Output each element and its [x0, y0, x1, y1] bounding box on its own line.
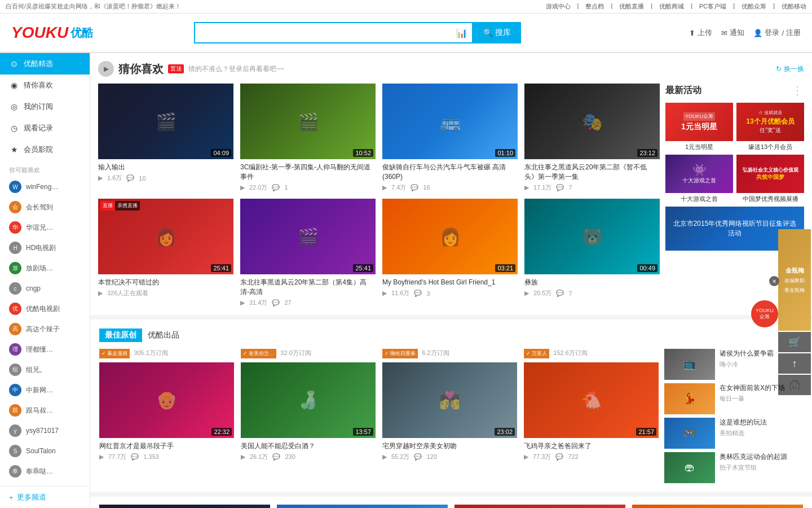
floating-headphone[interactable]: 🎧: [778, 375, 811, 395]
nav-zhengdian[interactable]: 整点档: [585, 2, 604, 11]
best-card-2[interactable]: ✓ 嗨哈四重奏 6.2万订阅 💏 23:02 宅男穿越时空亲美女初吻: [382, 349, 517, 461]
section-icon: ▶: [98, 61, 114, 77]
sidebar-sub-gaoda[interactable]: 高 高达个辣子: [0, 319, 90, 339]
video-title: 东北往事之黑道风云20年第二部《暂不低头》第一季第一集: [524, 163, 660, 182]
video-card-1[interactable]: 🎬 10:52 3C编剧社-第一季-第四集-人仰马翻的无间道事件 ▶22.0万 …: [240, 84, 376, 192]
video-meta: ▶77.7万 💬1,353: [99, 453, 234, 461]
login-register-button[interactable]: 👤 登录 / 注册: [753, 28, 801, 38]
sidebar-sub-genmashushu[interactable]: 跟 跟马叔…: [0, 400, 90, 421]
video-card-5[interactable]: 🎬 25:41 东北往事黑道风云20年第二部（第4集）高清-高清 ▶31.4万 …: [240, 199, 376, 307]
right-info: 这是谁想的玩法 美拍精选: [720, 418, 803, 449]
sidebar-more-channels[interactable]: + 更多频道: [0, 486, 90, 508]
sidebar-item-vip[interactable]: ★ 会员影院: [0, 139, 90, 160]
video-title: 东北往事黑道风云20年第二部（第4集）高清-高清: [240, 278, 376, 297]
best-card-0[interactable]: ✓ 暴走漫画 305.1万订阅 👴 22:32 网红普京才是最吊段子手: [99, 349, 234, 461]
right-info: 奥林匹克运动会的起源 拍子木宣节组: [720, 452, 803, 483]
rss-icon: ◎: [9, 102, 19, 112]
video-meta: ▶26.1万 💬230: [241, 453, 376, 461]
latest-dots[interactable]: ⋮: [792, 84, 804, 97]
sidebar-sub-hd[interactable]: H HD电视剧: [0, 238, 90, 258]
nav-pc[interactable]: PC客户端: [699, 2, 726, 11]
nav-shop[interactable]: 优酷商城: [659, 2, 684, 11]
close-float-button[interactable]: ✕: [769, 276, 779, 286]
sidebar-item-featured[interactable]: ⊙ 优酷精选: [0, 53, 90, 75]
sidebar-sub-huayi[interactable]: 华 华谊兄…: [0, 217, 90, 238]
sidebar-sub-zu[interactable]: 组 组兄。: [0, 360, 90, 380]
ad-haosong[interactable]: ☆ 业就就业 13个月优酷会员 任"奖"送 壕送13个月会员: [736, 103, 804, 151]
avatar: S: [9, 445, 21, 457]
video-title: My Boyfriend's Hot Best Girl Friend_1: [382, 278, 518, 287]
ad-dream[interactable]: 弘扬社会主义核心价值观 共筑中国梦 中国梦优秀视频展播: [736, 155, 804, 203]
bottom-card-3[interactable]: 🎬: [632, 505, 803, 508]
ad-haosong-label: 壕送13个月会员: [736, 143, 804, 151]
best-card-1[interactable]: ✓ 老美你怎… 32.0万订阅 🍶 13:57 美国人能不能忍受白酒？: [241, 349, 376, 461]
floating-up[interactable]: ↑: [778, 353, 811, 374]
video-meta: ▶7.4万 💬16: [382, 183, 518, 192]
video-title: 飞鸡寻亲之爸爸回来了: [524, 441, 659, 451]
sidebar-item-subscriptions[interactable]: ◎ 我的订阅: [0, 96, 90, 117]
nav-crowdfund[interactable]: 优酷众筹: [742, 2, 766, 11]
header: YOU KU 优酷 📊 🔍 搜库 ⬆ 上传 ✉ 通知 👤 登录 / 注册: [0, 14, 812, 53]
avatar: 放: [9, 262, 21, 274]
sidebar-sub-cngp[interactable]: c cngp: [0, 278, 90, 299]
sidebar-sub-lidong[interactable]: 理 理都懂…: [0, 339, 90, 360]
sidebar-sub-feng[interactable]: 奉 奉乖哒…: [0, 461, 90, 481]
sidebar-item-history[interactable]: ◷ 观看记录: [0, 117, 90, 139]
nav-mobile[interactable]: 优酷移动: [782, 2, 806, 11]
sidebar-sub-soul[interactable]: S SoulTalon: [0, 441, 90, 461]
top-badge[interactable]: 置顶: [168, 64, 184, 73]
main-layout: ⊙ 优酷精选 ◉ 猜你喜欢 ◎ 我的订阅 ◷ 观看记录 ★ 会员影院 你可能喜欢…: [0, 53, 812, 508]
bottom-section: 🏒 茯冰冰李晨合体挑战 🎬 🎬 🎬: [90, 497, 812, 508]
refresh-button[interactable]: ↻ 换一换: [776, 64, 804, 74]
sidebar-item-guess[interactable]: ◉ 猜你喜欢: [0, 75, 90, 96]
voice-icon[interactable]: 📊: [452, 28, 472, 38]
video-duration: 03:21: [495, 264, 515, 272]
bottom-card-2[interactable]: 🎬: [454, 505, 625, 508]
ad-yiyuan-label: 1元当明星: [665, 143, 733, 151]
video-title: 输入输出: [98, 163, 233, 172]
avatar: 高: [9, 323, 21, 335]
floating-ad[interactable]: 金瓶梅 改编舞剧 看金瓶梅: [778, 229, 811, 331]
youku-crowdfund-btn[interactable]: YOUKU众筹: [751, 300, 778, 327]
ad-game[interactable]: 👾 十大游戏之首 十大游戏之首: [665, 155, 733, 203]
logo[interactable]: YOU KU 优酷: [11, 24, 93, 42]
best-card-3[interactable]: ✓ 万星人 152.6万订阅 🐔 21:57 飞鸡寻亲之爸爸回来了: [524, 349, 659, 461]
video-duration: 25:41: [353, 264, 373, 272]
sidebar-sub-zhongxin[interactable]: 中 中新网…: [0, 380, 90, 400]
right-item-2[interactable]: 🎮 这是谁想的玩法 美拍精选: [664, 418, 803, 449]
video-card-3[interactable]: 🎭 23:12 东北往事之黑道风云20年第二部《暂不低头》第一季第一集 ▶17.…: [524, 84, 660, 192]
video-card-6[interactable]: 👩 03:21 My Boyfriend's Hot Best Girl Fri…: [382, 199, 518, 307]
nav-gamecenter[interactable]: 游戏中心: [546, 2, 571, 11]
notify-button[interactable]: ✉ 通知: [721, 28, 744, 38]
ad-yiyuan[interactable]: YOUKU众筹 1元当明星 1元当明星: [665, 103, 733, 151]
video-meta: ▶20.5万 💬7: [524, 289, 660, 297]
bottom-card-1[interactable]: 🎬: [277, 505, 448, 508]
sidebar-sub-youku-tv[interactable]: 优 优酷电视剧: [0, 299, 90, 319]
video-title: 3C编剧社-第一季-第四集-人仰马翻的无间道事件: [240, 163, 376, 182]
sidebar-sub-ysy[interactable]: y ysy871017: [0, 421, 90, 441]
right-item-3[interactable]: 🏟 奥林匹克运动会的起源 拍子木宣节组: [664, 452, 803, 483]
user-icon: 👤: [753, 29, 762, 37]
video-card-4[interactable]: 👩 直播 亲携直播 25:41 本世纪决不可错过的 ▶326人正在观看: [98, 199, 233, 307]
sidebar-sub-winfeng[interactable]: W winFeng…: [0, 177, 90, 197]
eye-icon: ◉: [9, 80, 19, 90]
nav-live[interactable]: 优酷直播: [619, 2, 644, 11]
header-right: ⬆ 上传 ✉ 通知 👤 登录 / 注册: [689, 28, 801, 38]
video-card-0[interactable]: 🎬 04:09 输入输出 ▶1.6万 💬10: [98, 84, 233, 192]
sidebar-sub-huizhang[interactable]: 会 会长驾到: [0, 197, 90, 217]
ad-grid-mid: 👾 十大游戏之首 十大游戏之首 弘扬社会主义核心价值观 共筑中国梦 中国梦优秀视…: [665, 155, 804, 203]
upload-button[interactable]: ⬆ 上传: [689, 28, 712, 38]
video-card-2[interactable]: 🚌 01:10 俊缺骑自行车与公共汽车斗气车被碾 高清(360P) ▶7.4万 …: [382, 84, 518, 192]
video-card-7[interactable]: 🐻 00:49 彝族 ▶20.5万 💬7: [524, 199, 660, 307]
floating-cart[interactable]: 🛒: [778, 332, 811, 352]
video-duration: 21:57: [636, 428, 656, 436]
search-button[interactable]: 🔍 搜库: [473, 22, 521, 43]
sidebar-sub-juchang[interactable]: 放 放剧场…: [0, 258, 90, 278]
avatar: 华: [9, 221, 21, 234]
search-input[interactable]: [195, 23, 452, 42]
video-grid-row1: 🎬 04:09 输入输出 ▶1.6万 💬10: [98, 84, 660, 192]
bottom-card-0[interactable]: 🏒 茯冰冰李晨合体挑战: [99, 505, 270, 508]
avatar: 会: [9, 201, 21, 213]
guess-section-header: ▶ 猜你喜欢 置顶 猜的不准么？登录后再看看吧~~ ↻ 换一换: [98, 61, 804, 77]
avatar: c: [9, 282, 21, 295]
